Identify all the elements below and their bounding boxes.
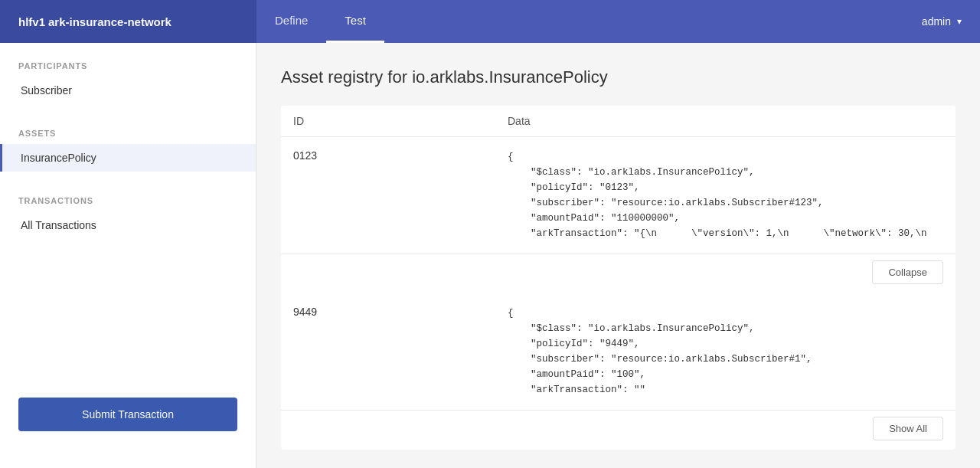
chevron-down-icon: ▾ xyxy=(957,16,962,27)
sidebar: PARTICIPANTS Subscriber ASSETS Insurance… xyxy=(0,43,256,468)
content-area: Asset registry for io.arklabs.InsuranceP… xyxy=(256,43,980,468)
table-row: 0123 { "$class": "io.arklabs.InsurancePo… xyxy=(281,137,956,293)
table-header: ID Data xyxy=(281,106,956,137)
row-actions-9449: Show All xyxy=(281,411,956,450)
nav-brand: hlfv1 ark-insurance-network xyxy=(0,0,256,43)
table-row-9449: 9449 { "$class": "io.arklabs.InsurancePo… xyxy=(281,293,956,411)
sidebar-footer: Submit Transaction xyxy=(0,379,256,450)
main-layout: PARTICIPANTS Subscriber ASSETS Insurance… xyxy=(0,43,980,468)
assets-section-label: ASSETS xyxy=(0,129,256,144)
row-id-0123: 0123 xyxy=(293,149,508,162)
nav-user-menu[interactable]: admin ▾ xyxy=(903,0,980,43)
show-all-button[interactable]: Show All xyxy=(873,417,943,440)
row-actions-0123: Collapse xyxy=(281,254,956,293)
col-data-header: Data xyxy=(508,115,943,127)
table-row-0123: 0123 { "$class": "io.arklabs.InsurancePo… xyxy=(281,137,956,254)
nav-network-name: ark-insurance-network xyxy=(48,15,172,28)
page-title: Asset registry for io.arklabs.InsuranceP… xyxy=(281,67,956,87)
top-nav: hlfv1 ark-insurance-network Define Test … xyxy=(0,0,980,43)
row-data-0123: { "$class": "io.arklabs.InsurancePolicy"… xyxy=(508,149,943,241)
nav-tabs: Define Test xyxy=(256,0,903,43)
participants-section-label: PARTICIPANTS xyxy=(0,61,256,77)
table-row: 9449 { "$class": "io.arklabs.InsurancePo… xyxy=(281,293,956,450)
row-id-9449: 9449 xyxy=(293,306,508,318)
collapse-button[interactable]: Collapse xyxy=(872,260,943,284)
transactions-section-label: TRANSACTIONS xyxy=(0,196,256,211)
registry-table: ID Data 0123 { "$class": "io.arklabs.Ins… xyxy=(281,106,956,450)
tab-test[interactable]: Test xyxy=(326,0,384,43)
col-id-header: ID xyxy=(293,115,508,127)
row-data-9449: { "$class": "io.arklabs.InsurancePolicy"… xyxy=(508,306,943,398)
tab-define[interactable]: Define xyxy=(256,0,326,43)
sidebar-item-subscriber[interactable]: Subscriber xyxy=(0,77,256,104)
nav-brand-name: hlfv1 xyxy=(18,15,45,28)
sidebar-item-insurance-policy[interactable]: InsurancePolicy xyxy=(0,144,256,172)
submit-transaction-button[interactable]: Submit Transaction xyxy=(18,398,237,431)
sidebar-item-all-transactions[interactable]: All Transactions xyxy=(0,211,256,239)
nav-username: admin xyxy=(922,15,951,28)
